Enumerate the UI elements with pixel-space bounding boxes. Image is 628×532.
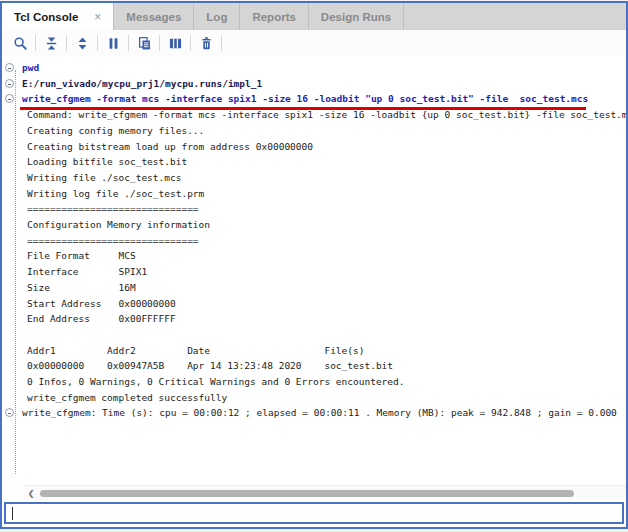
line-text: 0 Infos, 0 Warnings, 0 Critical Warnings… xyxy=(27,376,405,387)
line-text: End Address 0x00FFFFFF xyxy=(27,313,176,324)
console-output-line: Start Address 0x00000000 xyxy=(2,296,626,312)
console-output-line: Command: write_cfgmem -format mcs -inter… xyxy=(2,107,626,123)
line-text: Interface SPIX1 xyxy=(27,266,147,277)
console-output-line: E:/run_vivado/mycpu_prj1/mycpu.runs/impl… xyxy=(2,76,626,92)
line-text: Loading bitfile soc_test.bit xyxy=(27,156,187,167)
toolbar-separator xyxy=(97,35,98,51)
line-text: write_cfgmem completed successfully xyxy=(27,392,227,403)
text-caret xyxy=(12,507,13,520)
console-output-line: Writing file ./soc_test.mcs xyxy=(2,170,626,186)
line-text: Writing log file ./soc_test.prm xyxy=(27,188,204,199)
console-output-line: Creating config memory files... xyxy=(2,123,626,139)
line-text: Size 16M xyxy=(27,282,136,293)
expand-all-icon[interactable] xyxy=(70,32,94,54)
toolbar-separator xyxy=(190,35,191,51)
columns-icon[interactable] xyxy=(163,32,187,54)
scroll-left-icon[interactable]: ❮ xyxy=(24,486,38,501)
command-input-row xyxy=(2,500,626,527)
tab-reports[interactable]: Reports xyxy=(240,3,308,30)
console-output-line: Writing log file ./soc_test.prm xyxy=(2,186,626,202)
line-text: ============================== xyxy=(27,203,199,214)
tcl-command-input[interactable] xyxy=(4,502,624,524)
line-text: File Format MCS xyxy=(27,250,136,261)
copy-icon[interactable] xyxy=(132,32,156,54)
line-text xyxy=(27,439,33,450)
tab-log-label: Log xyxy=(206,11,227,23)
line-text: ============================== xyxy=(27,235,199,246)
close-icon[interactable]: × xyxy=(94,11,101,23)
panel-tab-bar: Tcl Console × Messages Log Reports Desig… xyxy=(2,3,626,30)
blank-line xyxy=(2,437,626,453)
tab-log[interactable]: Log xyxy=(194,3,240,30)
collapse-marker-icon[interactable] xyxy=(5,79,14,88)
tcl-command-line: pwd xyxy=(2,60,626,76)
tab-design-runs-label: Design Runs xyxy=(321,11,391,23)
collapse-all-icon[interactable] xyxy=(39,32,63,54)
line-text: Writing file ./soc_test.mcs xyxy=(27,172,181,183)
tcl-command-line: write_cfgmem -format mcs -interface spix… xyxy=(2,91,626,107)
console-output-line: File Format MCS xyxy=(2,248,626,264)
tab-messages-label: Messages xyxy=(126,11,181,23)
collapse-marker-icon[interactable] xyxy=(5,408,14,417)
tab-design-runs[interactable]: Design Runs xyxy=(309,3,404,30)
search-icon[interactable] xyxy=(8,32,32,54)
console-output-line: Size 16M xyxy=(2,280,626,296)
line-text: Creating config memory files... xyxy=(27,125,204,136)
blank-line xyxy=(2,327,626,343)
toolbar-separator xyxy=(159,35,160,51)
tcl-console-panel: Tcl Console × Messages Log Reports Desig… xyxy=(0,1,628,529)
tab-tcl-console-label: Tcl Console xyxy=(14,11,78,23)
line-text: write_cfgmem -format mcs -interface spix… xyxy=(22,93,588,104)
pause-icon[interactable] xyxy=(101,32,125,54)
line-text: 0x00000000 0x00947A5B Apr 14 13:23:48 20… xyxy=(27,360,393,371)
tab-messages[interactable]: Messages xyxy=(114,3,194,30)
toolbar-separator xyxy=(221,35,222,51)
horizontal-scrollbar[interactable]: ❮ xyxy=(24,485,626,500)
tab-reports-label: Reports xyxy=(252,11,295,23)
scrollbar-thumb[interactable] xyxy=(40,490,574,497)
blank-line xyxy=(2,421,626,437)
console-output-line: 0x00000000 0x00947A5B Apr 14 13:23:48 20… xyxy=(2,358,626,374)
console-output-line: 0 Infos, 0 Warnings, 0 Critical Warnings… xyxy=(2,374,626,390)
toolbar-separator xyxy=(128,35,129,51)
console-output-line: Creating bitstream load up from address … xyxy=(2,139,626,155)
line-text: Command: write_cfgmem -format mcs -inter… xyxy=(27,109,626,120)
console-output-line: ============================== xyxy=(2,201,626,217)
toolbar-separator xyxy=(35,35,36,51)
tab-tcl-console[interactable]: Tcl Console × xyxy=(2,3,114,30)
console-toolbar xyxy=(2,30,626,56)
line-text: Start Address 0x00000000 xyxy=(27,298,176,309)
line-text xyxy=(27,423,33,434)
scrollbar-track[interactable] xyxy=(38,489,618,498)
line-text: Configuration Memory information xyxy=(27,219,210,230)
console-output-line: Loading bitfile soc_test.bit xyxy=(2,154,626,170)
line-text: write_cfgmem: Time (s): cpu = 00:00:12 ;… xyxy=(22,407,617,418)
collapse-marker-icon[interactable] xyxy=(5,94,14,103)
console-output-area[interactable]: pwdE:/run_vivado/mycpu_prj1/mycpu.runs/i… xyxy=(2,56,626,485)
line-text xyxy=(27,329,33,340)
console-output-line: write_cfgmem completed successfully xyxy=(2,390,626,406)
console-output-line: Addr1 Addr2 Date File(s) xyxy=(2,343,626,359)
console-output-line: End Address 0x00FFFFFF xyxy=(2,311,626,327)
toolbar-separator xyxy=(66,35,67,51)
line-text: pwd xyxy=(22,62,39,73)
line-text: Creating bitstream load up from address … xyxy=(27,141,313,152)
console-output-line: write_cfgmem: Time (s): cpu = 00:00:12 ;… xyxy=(2,405,626,421)
trash-icon[interactable] xyxy=(194,32,218,54)
console-output-line: ============================== xyxy=(2,233,626,249)
line-text: E:/run_vivado/mycpu_prj1/mycpu.runs/impl… xyxy=(22,78,262,89)
line-text: Addr1 Addr2 Date File(s) xyxy=(27,345,364,356)
console-output-line: Interface SPIX1 xyxy=(2,264,626,280)
collapse-marker-icon[interactable] xyxy=(5,63,14,72)
console-output-line: Configuration Memory information xyxy=(2,217,626,233)
